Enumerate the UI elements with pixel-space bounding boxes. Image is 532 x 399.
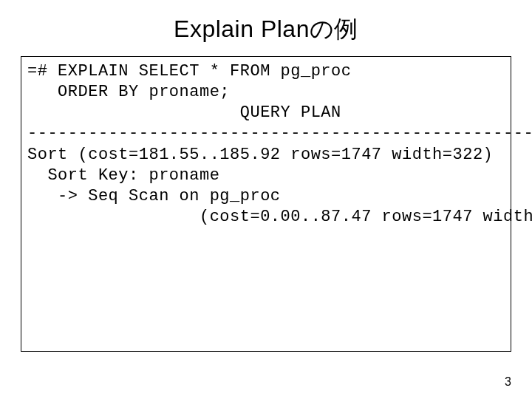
page-number: 3 <box>505 375 511 389</box>
code-line-1: =# EXPLAIN SELECT * FROM pg_proc <box>27 61 505 82</box>
slide-title: Explain Planの例 <box>0 0 532 56</box>
code-line-4: ----------------------------------------… <box>27 123 505 144</box>
code-line-6: Sort Key: proname <box>27 166 505 186</box>
code-line-8: (cost=0.00..87.47 rows=1747 width=322) <box>27 207 505 228</box>
slide: Explain Planの例 =# EXPLAIN SELECT * FROM … <box>0 0 532 399</box>
code-line-7: -> Seq Scan on pg_proc <box>27 186 505 207</box>
code-line-2: ORDER BY proname; <box>27 82 505 103</box>
code-block: =# EXPLAIN SELECT * FROM pg_proc ORDER B… <box>21 56 511 352</box>
code-line-3: QUERY PLAN <box>27 103 505 123</box>
code-line-5: Sort (cost=181.55..185.92 rows=1747 widt… <box>27 145 505 166</box>
